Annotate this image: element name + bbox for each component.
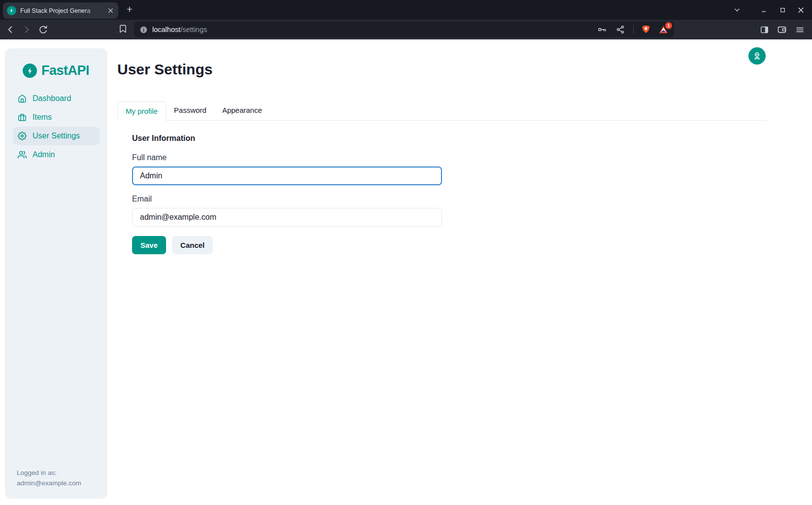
window-close-button[interactable]	[796, 5, 805, 14]
briefcase-icon	[18, 113, 27, 122]
back-icon[interactable]	[5, 24, 16, 35]
logged-in-info: Logged in as: admin@example.com	[17, 468, 81, 489]
settings-tablist: My profile Password Appearance	[117, 101, 767, 121]
brave-shield-icon[interactable]	[641, 25, 651, 34]
new-tab-button[interactable]: +	[123, 3, 136, 16]
wallet-icon[interactable]	[777, 24, 787, 35]
fastapi-logo: FastAPI	[23, 63, 107, 78]
toolbar-divider	[633, 25, 634, 34]
sidebar-item-label: Admin	[33, 150, 55, 159]
app-page: FastAPI Dashboard Items User Settings	[0, 39, 812, 505]
url-host: localhost	[152, 26, 180, 34]
side-panel-icon[interactable]	[759, 24, 770, 35]
share-icon[interactable]	[615, 24, 626, 35]
email-label: Email	[132, 195, 442, 203]
menu-icon[interactable]	[794, 24, 805, 35]
logged-in-label: Logged in as:	[17, 468, 81, 478]
sidebar-nav: Dashboard Items User Settings Admin	[5, 89, 107, 164]
tab-my-profile[interactable]: My profile	[117, 101, 166, 121]
site-info-icon[interactable]	[139, 26, 148, 34]
cancel-button[interactable]: Cancel	[172, 236, 213, 254]
save-button[interactable]: Save	[132, 236, 166, 254]
tab-close-icon[interactable]	[107, 7, 114, 14]
tab-title: Full Stack Project Genera	[20, 7, 103, 14]
sidebar-item-dashboard[interactable]: Dashboard	[13, 89, 100, 108]
browser-tab[interactable]: Full Stack Project Genera	[3, 2, 118, 19]
tab-appearance[interactable]: Appearance	[214, 101, 270, 120]
logo-text: FastAPI	[41, 63, 89, 78]
user-information-form: User Information Full name Email Save Ca…	[132, 134, 442, 254]
address-bar[interactable]: localhost/settings 1	[134, 22, 674, 37]
rewards-badge: 1	[665, 22, 672, 29]
window-maximize-button[interactable]	[778, 5, 787, 14]
gear-icon	[18, 132, 27, 140]
sidebar-item-admin[interactable]: Admin	[13, 145, 100, 164]
page-title: User Settings	[117, 61, 212, 78]
email-field[interactable]	[132, 208, 442, 227]
window-minimize-button[interactable]	[760, 5, 769, 14]
sidebar-item-label: User Settings	[33, 132, 80, 140]
url-path: /settings	[180, 26, 207, 34]
browser-toolbar: localhost/settings 1	[0, 20, 812, 39]
fastapi-bolt-icon	[23, 64, 37, 78]
sidebar: FastAPI Dashboard Items User Settings	[5, 48, 107, 499]
section-title: User Information	[132, 134, 442, 143]
sidebar-item-items[interactable]: Items	[13, 108, 100, 127]
user-astronaut-icon	[752, 51, 762, 61]
logged-in-email: admin@example.com	[17, 478, 81, 489]
url-text: localhost/settings	[152, 25, 207, 34]
browser-titlebar: Full Stack Project Genera +	[0, 0, 812, 20]
fastapi-favicon-icon	[7, 6, 16, 15]
tab-password[interactable]: Password	[166, 101, 214, 120]
bookmark-icon[interactable]	[118, 24, 128, 34]
key-icon[interactable]	[597, 24, 608, 35]
reload-icon[interactable]	[37, 24, 48, 35]
forward-icon	[21, 24, 32, 35]
sidebar-item-label: Items	[33, 113, 52, 122]
sidebar-item-user-settings[interactable]: User Settings	[13, 127, 100, 145]
brave-rewards-icon[interactable]: 1	[658, 25, 669, 35]
tab-search-chevron-icon[interactable]	[733, 5, 742, 14]
full-name-field[interactable]	[132, 167, 442, 185]
users-icon	[18, 150, 27, 159]
home-icon	[18, 94, 27, 103]
user-menu-button[interactable]	[748, 47, 766, 65]
full-name-label: Full name	[132, 153, 442, 162]
sidebar-item-label: Dashboard	[33, 94, 71, 103]
